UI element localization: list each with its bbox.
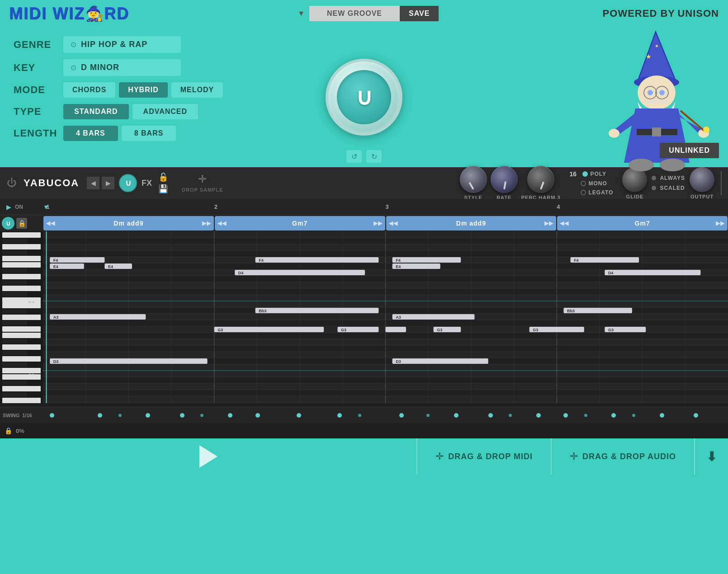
knobs-area: STYLE RATE PERC HARM.3 <box>460 166 561 200</box>
svg-rect-30 <box>2 297 41 303</box>
save-icon[interactable]: 💾 <box>158 184 168 194</box>
play-button[interactable] <box>199 445 217 468</box>
key-select[interactable]: ⊙ D MINOR <box>63 59 181 76</box>
genre-select[interactable]: ⊙ HIP HOP & RAP <box>63 36 181 53</box>
swing-dot-14[interactable] <box>454 413 459 418</box>
chord-lock-button[interactable]: 🔒 <box>16 218 27 229</box>
swing-dot-12[interactable] <box>399 413 404 418</box>
unlinked-button[interactable]: UNLINKED <box>660 143 719 158</box>
style-knob[interactable] <box>460 166 487 193</box>
grid-svg: // This won't run in SVG context; we'll … <box>43 231 728 403</box>
swing-dot-22[interactable] <box>660 413 664 418</box>
genre-label: GENRE <box>14 39 63 51</box>
chord-block-1[interactable]: ◀◀ Dm add9 ▶▶ <box>43 216 214 231</box>
chord-2-right-arrow[interactable]: ▶▶ <box>373 220 383 226</box>
controls-left: GENRE ⊙ HIP HOP & RAP KEY ⊙ D MINOR MODE… <box>14 32 231 163</box>
svg-rect-105 <box>50 257 104 263</box>
drag-midi-section[interactable]: ✛ DRAG & DROP MIDI <box>416 438 551 475</box>
fx-button[interactable]: FX <box>142 179 152 188</box>
chord-logo-button[interactable]: ∪ <box>2 217 14 230</box>
drop-sample-area[interactable]: ✛ DROP SAMPLE <box>182 174 223 193</box>
undo-button[interactable]: ↺ <box>346 150 362 163</box>
swing-dot-4[interactable] <box>146 413 150 418</box>
perc-knob[interactable] <box>527 166 554 193</box>
type-label: TYPE <box>14 106 63 118</box>
timeline-mark-num-4: 4 <box>557 203 560 210</box>
save-button[interactable]: SAVE <box>400 6 439 21</box>
chord-4-right-arrow[interactable]: ▶▶ <box>716 220 725 226</box>
always-option[interactable]: ALWAYS <box>652 175 685 181</box>
bottom-lock-icon[interactable]: 🔒 <box>5 427 12 434</box>
swing-dot-3[interactable] <box>118 414 122 417</box>
groove-name-input[interactable] <box>309 6 400 21</box>
scaled-option[interactable]: SCALED <box>652 185 685 191</box>
svg-text:F4: F4 <box>53 258 58 263</box>
chord-block-4[interactable]: ◀◀ Gm7 ▶▶ <box>557 216 728 231</box>
length-8bars-button[interactable]: 8 BARS <box>122 126 176 141</box>
svg-text:G3: G3 <box>533 328 538 332</box>
swing-dot-2[interactable] <box>98 413 102 418</box>
mode-melody-button[interactable]: MELODY <box>171 82 223 98</box>
chord-3-right-arrow[interactable]: ▶▶ <box>544 220 553 226</box>
svg-text:★: ★ <box>646 53 652 60</box>
redo-button[interactable]: ↻ <box>366 150 382 163</box>
swing-dot-16[interactable] <box>509 414 512 417</box>
type-advanced-button[interactable]: ADVANCED <box>132 104 198 119</box>
play-section[interactable] <box>0 438 416 475</box>
swing-dot-10[interactable] <box>337 413 342 418</box>
swing-dot-11[interactable] <box>358 414 361 417</box>
powered-by: POWERED BY UNISON <box>603 8 719 19</box>
output-label: OUTPUT <box>690 194 714 199</box>
type-standard-button[interactable]: STANDARD <box>63 104 129 119</box>
play-small-button[interactable]: ▶ <box>3 203 15 211</box>
mono-option[interactable]: MONO <box>581 180 607 187</box>
prev-track-button[interactable]: ◀ <box>87 177 99 189</box>
svg-rect-25 <box>2 268 27 273</box>
track-logo-button[interactable]: ∪ <box>119 174 137 192</box>
swing-dot-15[interactable] <box>488 413 493 418</box>
mode-chords-button[interactable]: CHORDS <box>63 82 115 98</box>
next-track-button[interactable]: ▶ <box>102 177 114 189</box>
rate-knob[interactable] <box>491 166 518 193</box>
chord-2-left-arrow[interactable]: ◀◀ <box>217 220 227 226</box>
chord-1-left-arrow[interactable]: ◀◀ <box>46 220 55 226</box>
length-4bars-button[interactable]: 4 BARS <box>63 126 118 141</box>
swing-dot-1[interactable] <box>50 413 54 418</box>
center-logo[interactable]: ∪ <box>326 59 402 136</box>
power-button[interactable]: ⏻ <box>5 175 19 191</box>
swing-dot-19[interactable] <box>584 414 587 417</box>
style-knob-group: STYLE <box>460 166 487 200</box>
swing-dot-18[interactable] <box>563 413 568 418</box>
lock-icon[interactable]: 🔓 <box>158 172 168 182</box>
drag-audio-section[interactable]: ✛ DRAG & DROP AUDIO <box>551 438 694 475</box>
swing-dot-8[interactable] <box>255 413 260 418</box>
chord-3-left-arrow[interactable]: ◀◀ <box>389 220 398 226</box>
track-name: YABUCOA <box>24 177 82 189</box>
legato-option[interactable]: LEGATO <box>581 189 614 196</box>
chord-block-2[interactable]: ◀◀ Gm7 ▶▶ <box>215 216 385 231</box>
svg-rect-34 <box>2 315 41 320</box>
swing-dot-21[interactable] <box>632 414 635 417</box>
chord-4-left-arrow[interactable]: ◀◀ <box>560 220 569 226</box>
poly-label: POLY <box>591 171 607 177</box>
chord-1-right-arrow[interactable]: ▶▶ <box>202 220 211 226</box>
swing-dot-6[interactable] <box>200 414 203 417</box>
swing-dot-17[interactable] <box>536 413 541 418</box>
svg-point-15 <box>703 127 709 133</box>
svg-rect-38 <box>2 339 27 343</box>
mode-hybrid-button[interactable]: HYBRID <box>119 82 167 98</box>
svg-rect-29 <box>2 292 27 296</box>
swing-dot-5[interactable] <box>180 413 184 418</box>
poly-option[interactable]: POLY <box>582 171 607 177</box>
swing-dot-20[interactable] <box>611 413 616 418</box>
download-section[interactable]: ⬇ <box>694 438 728 475</box>
swing-dot-13[interactable] <box>426 414 430 417</box>
groove-dropdown-button[interactable]: ▼ <box>293 7 309 20</box>
header-center: ▼ SAVE <box>293 6 439 21</box>
swing-dot-7[interactable] <box>228 413 232 418</box>
chord-block-3[interactable]: ◀◀ Dm add9 ▶▶ <box>386 216 557 231</box>
chord-4-name: Gm7 <box>635 220 650 227</box>
swing-dot-23[interactable] <box>694 413 698 418</box>
switch-options: ALWAYS SCALED <box>652 175 685 191</box>
swing-dot-9[interactable] <box>297 413 301 418</box>
